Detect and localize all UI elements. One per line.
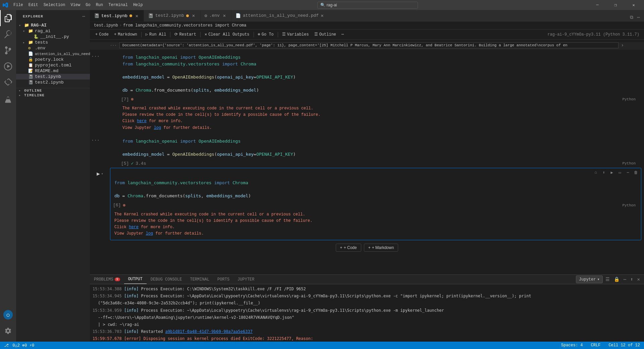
breadcrumb-part-0[interactable]: test.ipynb [94,23,118,28]
tab-test2-ipynb[interactable]: 📓 test2.ipynb ✕ [144,10,201,21]
panel-tab-output[interactable]: OUTPUT [124,275,147,284]
cell-code-5[interactable]: from langchain_openai import OpenAIEmbed… [118,135,641,160]
menu-terminal[interactable]: Terminal [106,2,130,8]
variables-button[interactable]: ☰ Variables [279,31,312,38]
log-link[interactable]: log [154,126,161,130]
cell-options-button[interactable]: ··· [90,137,98,167]
sidebar-item-init-py[interactable]: 🐍 __init__.py [16,34,90,40]
panel-close-button[interactable]: ✕ [636,275,641,284]
activity-settings[interactable] [0,323,16,339]
tab-env[interactable]: ⚙ .env ✕ [201,10,231,21]
sidebar-item-tests[interactable]: ▸ 📁 tests [16,40,90,45]
minimize-button[interactable]: — [590,0,605,10]
tab-test-ipynb[interactable]: 📓 test.ipynb ✕ [90,10,144,21]
notebook-content[interactable]: ··· Document(metadata={'source': 'attent… [90,40,644,275]
activity-extensions[interactable] [0,74,16,91]
menu-help[interactable]: Help [130,2,146,8]
panel-more-button[interactable]: ⋯ [622,275,628,284]
panel-tab-jupyter[interactable]: JUPYTER [233,275,258,284]
panel-tab-problems[interactable]: PROBLEMS 9 [90,275,124,284]
git-branch-status[interactable]: ⎇ 0△2 ⊗0 ⚡0 [3,343,36,348]
cell-format-button[interactable]: ⌂ [592,169,599,176]
menu-view[interactable]: View [68,2,83,8]
clear-all-button[interactable]: ✕ Clear All Outputs [202,31,252,38]
sidebar-more-button[interactable]: ⋯ [82,13,86,20]
sidebar-item-pdf[interactable]: 📄 attention_is_all_you_need.pdf [16,51,90,57]
tab-pdf[interactable]: 📄 attention_is_all_you_need.pdf ✕ [231,10,299,21]
search-input[interactable] [327,3,414,7]
sidebar-item-pyproject-toml[interactable]: 📋 pyproject.toml [16,62,90,68]
sidebar-section-outline[interactable]: ▸ OUTLINE [16,88,90,93]
cell-options-button[interactable]: ··· [90,53,98,134]
breadcrumb-part-1[interactable]: from langchain_community.vectorstores im… [123,23,246,28]
spaces-indicator[interactable]: Spaces: 4 [560,343,584,348]
tab-close-button[interactable]: ✕ [222,13,227,18]
go-to-button[interactable]: ⊕ Go To [255,31,276,38]
restart-link[interactable]: a9b1d81f-0a48-41d7-9b69-98a7aa5e6337 [165,329,253,334]
cell-body-5[interactable]: from langchain_openai import OpenAIEmbed… [118,135,641,167]
scroll-right-icon[interactable]: › [621,43,624,48]
maximize-button[interactable]: ❐ [608,0,623,10]
split-editor-button[interactable]: ⧉ [629,13,635,21]
close-button[interactable]: ✕ [626,0,641,10]
cell-run-above-button[interactable]: ⬆ [600,169,607,176]
line-ending-indicator[interactable]: CRLF [590,343,602,348]
sidebar-item-rag-ai-folder[interactable]: ▾ 📁 rag_ai [16,28,90,34]
panel-tab-terminal[interactable]: TERMINAL [186,275,213,284]
jupyter-source-dropdown[interactable]: Jupyter ▾ [576,276,603,283]
outline-button[interactable]: ☰ Outline [312,31,339,38]
menu-edit[interactable]: Edit [26,2,41,8]
panel-content[interactable]: 15:53:34.388 [info] Process Execution: C… [90,284,644,342]
sidebar-item-poetry-lock[interactable]: 🔒 poetry.lock [16,57,90,62]
avatar[interactable]: ◯ [3,310,13,319]
scroll-output-text[interactable]: Document(metadata={'source': 'attention_… [119,42,619,48]
activity-explorer[interactable] [0,10,16,26]
activity-run-debug[interactable] [0,58,16,74]
run-button-6[interactable]: ▶ [97,170,100,177]
menu-go[interactable]: Go [83,2,93,8]
cell-run-button-toolbar[interactable]: ▶ [608,169,615,176]
tab-close-button[interactable]: ✕ [191,13,196,18]
tab-close-button[interactable]: ✕ [321,13,323,18]
log-link-6[interactable]: log [146,231,153,236]
panel-tab-ports[interactable]: PORTS [213,275,233,284]
more-actions-button[interactable]: ⋯ [636,13,641,21]
activity-source-control[interactable] [0,42,16,58]
panel-clear-button[interactable]: ☰ [604,275,611,284]
kernel-indicator[interactable]: rag-ai-9_cYYmOa-py3.11 (Python 3.11.7) [545,32,641,38]
activity-search[interactable] [0,26,16,42]
run-expand-button[interactable]: ▾ [101,172,103,176]
here-link-6[interactable]: here [129,225,139,230]
add-markdown-button[interactable]: + Markdown [111,31,140,38]
activity-accounts[interactable]: ◯ [0,307,16,323]
cell-body-7[interactable]: from langchain_openai import OpenAIEmbed… [118,51,641,134]
cell-body-6[interactable]: ⌂ ⬆ ▶ ▭ ⋯ 🗑 from langchain_community.vec… [110,168,641,240]
sidebar-section-timeline[interactable]: ▸ TIMELINE [16,93,90,98]
sidebar-item-env[interactable]: ⚙ .env [16,45,90,51]
cell-split-button[interactable]: ▭ [616,169,624,176]
add-markdown-cell-button[interactable]: + + Markdown [364,244,398,252]
menu-file[interactable]: File [11,2,26,8]
here-link[interactable]: here [137,119,147,123]
menu-run[interactable]: Run [93,2,106,8]
panel-tab-debug-console[interactable]: DEBUG CONSOLE [147,275,186,284]
menu-selection[interactable]: Selection [41,2,68,8]
panel-lock-button[interactable]: 🔒 [612,275,621,284]
run-all-button[interactable]: ▷ Run All [143,31,169,38]
tab-close-button[interactable]: ✕ [134,13,140,18]
sidebar-item-rag-ai[interactable]: ▾ 📁 RAG-AI [16,22,90,28]
add-code-cell-button[interactable]: + + Code [336,244,361,252]
panel-maximize-button[interactable]: ⬆ [629,275,634,284]
cell-position-indicator[interactable]: Cell 12 of 12 [607,343,641,348]
restart-button[interactable]: ⟳ Restart [172,31,199,38]
cell-more-button[interactable]: ⋯ [624,169,632,176]
cell-code-6[interactable]: from langchain_community.vectorstores im… [110,177,641,202]
add-code-button[interactable]: + Code [93,31,111,38]
cell-code-7[interactable]: from langchain_openai import OpenAIEmbed… [118,51,641,96]
titlebar-search[interactable]: 🔍 [317,2,418,9]
cell-delete-button[interactable]: 🗑 [632,169,640,176]
activity-flask[interactable] [0,92,16,108]
more-button[interactable]: ⋯ [339,31,346,38]
sidebar-item-readme-md[interactable]: 📝 README.md [16,68,90,74]
sidebar-item-test-ipynb[interactable]: 📓 test.ipynb [16,74,90,80]
